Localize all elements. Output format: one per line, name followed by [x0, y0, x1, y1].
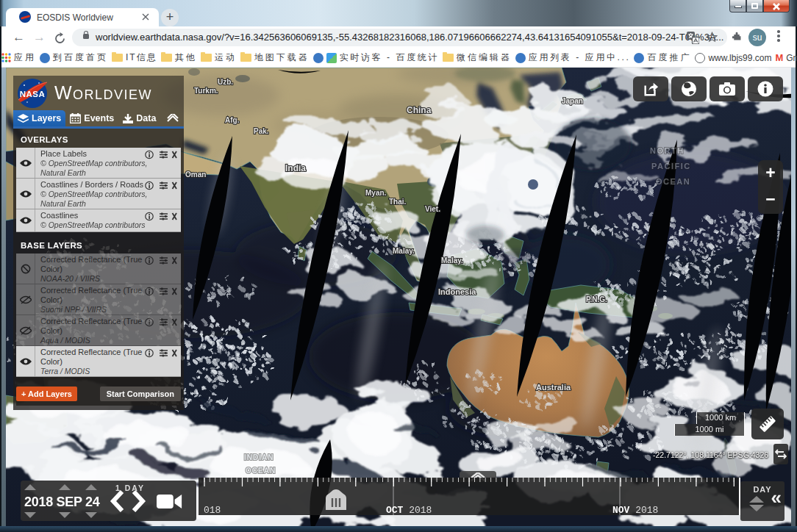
svg-text:PACIFIC: PACIFIC [651, 162, 691, 170]
svg-text:Oman: Oman [185, 170, 206, 179]
svg-text:Malay.: Malay. [393, 247, 415, 255]
svg-text:NASA: NASA [20, 90, 46, 98]
svg-text:Pak.: Pak. [254, 127, 269, 135]
svg-text:China: China [407, 105, 432, 115]
svg-text:Viet.: Viet. [425, 205, 440, 213]
svg-text:Malay.: Malay. [441, 256, 463, 265]
svg-text:Australia: Australia [536, 383, 571, 392]
svg-text:OCEAN: OCEAN [246, 467, 276, 475]
svg-text:Afg.: Afg. [225, 116, 240, 124]
svg-text:Myan.: Myan. [365, 189, 387, 197]
svg-text:P.N.G.: P.N.G. [586, 295, 607, 303]
svg-text:NORTH: NORTH [650, 146, 685, 155]
svg-text:INDIAN: INDIAN [244, 453, 274, 461]
svg-text:Japan: Japan [562, 97, 583, 105]
svg-text:India: India [285, 163, 306, 173]
svg-text:Thai.: Thai. [389, 198, 407, 206]
svg-text:Turkm.: Turkm. [194, 87, 218, 95]
svg-text:Indonesia: Indonesia [438, 287, 476, 296]
svg-text:Uzb.: Uzb. [218, 78, 233, 86]
svg-text:OCEAN: OCEAN [656, 177, 690, 186]
